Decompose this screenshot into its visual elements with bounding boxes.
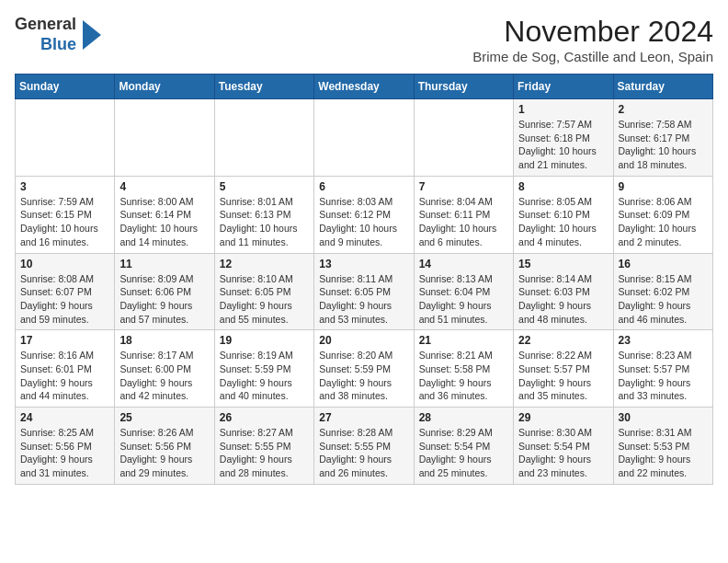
calendar-cell: 20Sunrise: 8:20 AM Sunset: 5:59 PM Dayli…: [314, 330, 414, 408]
day-info: Sunrise: 8:28 AM Sunset: 5:55 PM Dayligh…: [319, 426, 408, 480]
calendar-cell: 15Sunrise: 8:14 AM Sunset: 6:03 PM Dayli…: [514, 253, 613, 330]
calendar-cell: 30Sunrise: 8:31 AM Sunset: 5:53 PM Dayli…: [613, 408, 712, 485]
day-info: Sunrise: 8:26 AM Sunset: 5:56 PM Dayligh…: [119, 426, 209, 480]
calendar-cell: [115, 99, 214, 177]
calendar-cell: 4Sunrise: 8:00 AM Sunset: 6:14 PM Daylig…: [115, 176, 214, 253]
day-info: Sunrise: 8:22 AM Sunset: 5:57 PM Dayligh…: [518, 349, 608, 403]
day-number: 18: [119, 334, 209, 347]
day-info: Sunrise: 8:20 AM Sunset: 5:59 PM Dayligh…: [319, 349, 408, 403]
day-number: 19: [220, 334, 309, 347]
day-number: 22: [518, 334, 608, 347]
day-number: 8: [518, 180, 608, 193]
day-info: Sunrise: 8:14 AM Sunset: 6:03 PM Dayligh…: [518, 272, 608, 327]
calendar-cell: 13Sunrise: 8:11 AM Sunset: 6:05 PM Dayli…: [314, 253, 414, 330]
day-info: Sunrise: 7:58 AM Sunset: 6:17 PM Dayligh…: [619, 118, 708, 172]
day-number: 9: [619, 180, 708, 193]
day-info: Sunrise: 8:00 AM Sunset: 6:14 PM Dayligh…: [119, 195, 209, 249]
calendar-cell: 1Sunrise: 7:57 AM Sunset: 6:18 PM Daylig…: [514, 99, 613, 177]
page-header: General Blue November 2024 Brime de Sog,…: [15, 15, 713, 64]
calendar-week-4: 17Sunrise: 8:16 AM Sunset: 6:01 PM Dayli…: [16, 330, 713, 408]
day-number: 7: [419, 180, 508, 193]
day-number: 29: [518, 411, 608, 424]
day-info: Sunrise: 8:15 AM Sunset: 6:02 PM Dayligh…: [619, 272, 708, 327]
calendar-cell: 28Sunrise: 8:29 AM Sunset: 5:54 PM Dayli…: [414, 408, 513, 485]
day-number: 25: [119, 411, 209, 424]
calendar-cell: 25Sunrise: 8:26 AM Sunset: 5:56 PM Dayli…: [115, 408, 214, 485]
calendar-cell: 16Sunrise: 8:15 AM Sunset: 6:02 PM Dayli…: [613, 253, 712, 330]
day-number: 21: [419, 334, 508, 347]
calendar-cell: [16, 99, 115, 177]
day-info: Sunrise: 8:06 AM Sunset: 6:09 PM Dayligh…: [619, 195, 708, 249]
day-number: 13: [319, 258, 408, 270]
calendar-cell: [214, 99, 313, 177]
day-info: Sunrise: 8:23 AM Sunset: 5:57 PM Dayligh…: [619, 349, 708, 403]
day-number: 20: [319, 334, 408, 347]
calendar-cell: 27Sunrise: 8:28 AM Sunset: 5:55 PM Dayli…: [314, 408, 414, 485]
calendar-cell: 3Sunrise: 7:59 AM Sunset: 6:15 PM Daylig…: [16, 176, 115, 253]
day-number: 11: [119, 258, 209, 270]
weekday-header-wednesday: Wednesday: [314, 75, 414, 99]
calendar-cell: 17Sunrise: 8:16 AM Sunset: 6:01 PM Dayli…: [16, 330, 115, 408]
calendar-cell: 7Sunrise: 8:04 AM Sunset: 6:11 PM Daylig…: [414, 176, 513, 253]
day-number: 27: [319, 411, 408, 424]
calendar-cell: 9Sunrise: 8:06 AM Sunset: 6:09 PM Daylig…: [613, 176, 712, 253]
day-info: Sunrise: 8:09 AM Sunset: 6:06 PM Dayligh…: [119, 272, 209, 327]
day-info: Sunrise: 8:17 AM Sunset: 6:00 PM Dayligh…: [119, 349, 209, 403]
calendar-cell: [314, 99, 414, 177]
weekday-header-saturday: Saturday: [613, 75, 712, 99]
location-subtitle: Brime de Sog, Castille and Leon, Spain: [472, 49, 713, 64]
calendar-cell: 14Sunrise: 8:13 AM Sunset: 6:04 PM Dayli…: [414, 253, 513, 330]
calendar-week-1: 1Sunrise: 7:57 AM Sunset: 6:18 PM Daylig…: [16, 99, 713, 177]
day-info: Sunrise: 8:31 AM Sunset: 5:53 PM Dayligh…: [619, 426, 708, 480]
day-number: 10: [20, 258, 109, 270]
day-number: 3: [20, 180, 109, 193]
calendar-week-3: 10Sunrise: 8:08 AM Sunset: 6:07 PM Dayli…: [16, 253, 713, 330]
weekday-header-friday: Friday: [514, 75, 613, 99]
calendar-cell: 12Sunrise: 8:10 AM Sunset: 6:05 PM Dayli…: [214, 253, 313, 330]
day-number: 28: [419, 411, 508, 424]
calendar-cell: 10Sunrise: 8:08 AM Sunset: 6:07 PM Dayli…: [16, 253, 115, 330]
calendar-header: SundayMondayTuesdayWednesdayThursdayFrid…: [16, 75, 713, 99]
month-year-title: November 2024: [472, 15, 713, 49]
day-info: Sunrise: 8:21 AM Sunset: 5:58 PM Dayligh…: [419, 349, 508, 403]
weekday-header-monday: Monday: [115, 75, 214, 99]
day-info: Sunrise: 8:16 AM Sunset: 6:01 PM Dayligh…: [20, 349, 109, 403]
calendar-cell: 23Sunrise: 8:23 AM Sunset: 5:57 PM Dayli…: [613, 330, 712, 408]
calendar-table: SundayMondayTuesdayWednesdayThursdayFrid…: [15, 74, 713, 485]
day-number: 30: [619, 411, 708, 424]
weekday-header-sunday: Sunday: [16, 75, 115, 99]
calendar-cell: 18Sunrise: 8:17 AM Sunset: 6:00 PM Dayli…: [115, 330, 214, 408]
calendar-cell: 22Sunrise: 8:22 AM Sunset: 5:57 PM Dayli…: [514, 330, 613, 408]
day-number: 6: [319, 180, 408, 193]
day-info: Sunrise: 8:30 AM Sunset: 5:54 PM Dayligh…: [518, 426, 608, 480]
calendar-cell: 5Sunrise: 8:01 AM Sunset: 6:13 PM Daylig…: [214, 176, 313, 253]
day-number: 4: [119, 180, 209, 193]
calendar-cell: 26Sunrise: 8:27 AM Sunset: 5:55 PM Dayli…: [214, 408, 313, 485]
weekday-header-thursday: Thursday: [414, 75, 513, 99]
calendar-cell: 29Sunrise: 8:30 AM Sunset: 5:54 PM Dayli…: [514, 408, 613, 485]
day-info: Sunrise: 8:13 AM Sunset: 6:04 PM Dayligh…: [419, 272, 508, 327]
day-number: 5: [220, 180, 309, 193]
day-number: 1: [518, 103, 608, 116]
day-info: Sunrise: 8:05 AM Sunset: 6:10 PM Dayligh…: [518, 195, 608, 249]
calendar-cell: 11Sunrise: 8:09 AM Sunset: 6:06 PM Dayli…: [115, 253, 214, 330]
calendar-cell: 2Sunrise: 7:58 AM Sunset: 6:17 PM Daylig…: [613, 99, 712, 177]
day-number: 2: [619, 103, 708, 116]
day-number: 14: [419, 258, 508, 270]
day-info: Sunrise: 8:10 AM Sunset: 6:05 PM Dayligh…: [220, 272, 309, 327]
day-number: 12: [220, 258, 309, 270]
day-info: Sunrise: 8:19 AM Sunset: 5:59 PM Dayligh…: [220, 349, 309, 403]
calendar-cell: 21Sunrise: 8:21 AM Sunset: 5:58 PM Dayli…: [414, 330, 513, 408]
logo-blue: Blue: [40, 35, 76, 53]
weekday-row: SundayMondayTuesdayWednesdayThursdayFrid…: [16, 75, 713, 99]
day-info: Sunrise: 7:57 AM Sunset: 6:18 PM Dayligh…: [518, 118, 608, 172]
day-number: 23: [619, 334, 708, 347]
day-number: 26: [220, 411, 309, 424]
day-number: 17: [20, 334, 109, 347]
day-number: 24: [20, 411, 109, 424]
day-info: Sunrise: 8:29 AM Sunset: 5:54 PM Dayligh…: [419, 426, 508, 480]
day-number: 16: [619, 258, 708, 270]
calendar-body: 1Sunrise: 7:57 AM Sunset: 6:18 PM Daylig…: [16, 99, 713, 485]
day-info: Sunrise: 8:04 AM Sunset: 6:11 PM Dayligh…: [419, 195, 508, 249]
day-info: Sunrise: 8:08 AM Sunset: 6:07 PM Dayligh…: [20, 272, 109, 327]
